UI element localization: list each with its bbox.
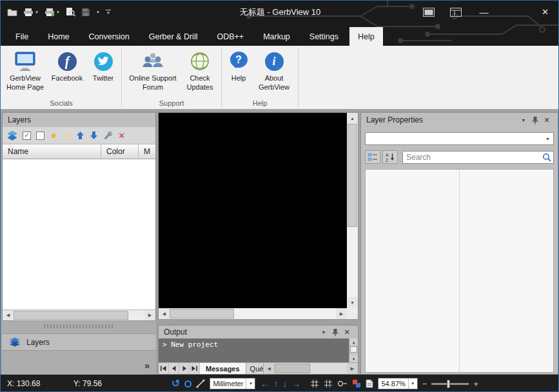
print-preview-button[interactable]	[66, 7, 75, 17]
panel-close-button[interactable]: ✕	[541, 115, 553, 125]
layers-collapsed-tab[interactable]: Layers	[2, 333, 156, 351]
gerbview-home-page-button[interactable]: GerbView Home Page	[4, 48, 46, 99]
property-grid-names[interactable]	[366, 170, 460, 372]
print-button[interactable]: ▼	[23, 8, 39, 17]
add-layer-button[interactable]	[7, 131, 17, 141]
batch-print-button[interactable]: ▼	[44, 8, 60, 17]
tab-file[interactable]: File	[7, 27, 37, 46]
column-header-m[interactable]: M	[139, 144, 155, 159]
drawing-canvas[interactable]	[159, 113, 347, 308]
scrollbar-track[interactable]	[275, 363, 347, 374]
save-button[interactable]	[81, 8, 90, 17]
scroll-down-button[interactable]: ▼	[349, 355, 358, 362]
categorize-button[interactable]	[365, 150, 380, 164]
facebook-button[interactable]: f Facebook	[46, 48, 88, 99]
splitter-grip[interactable]	[44, 324, 115, 328]
layers-horizontal-scrollbar[interactable]: ◀ ▶	[3, 309, 155, 320]
console-scrollbar[interactable]: ▲ ▼	[349, 338, 358, 362]
move-layer-down-button[interactable]	[90, 131, 98, 140]
unit-combo[interactable]: Millimeter ▼	[210, 378, 255, 389]
layer-colors-button[interactable]	[352, 379, 361, 388]
hide-all-layers-checkbox[interactable]	[36, 132, 44, 140]
pan-left-button[interactable]: ←	[260, 378, 269, 389]
close-button[interactable]: ✕	[531, 1, 559, 23]
window-switch-button[interactable]	[415, 1, 442, 23]
output-tabs-scrollbar[interactable]: ◀ ▶	[264, 363, 358, 374]
zoom-in-button[interactable]: +	[473, 380, 478, 388]
layers-list[interactable]	[3, 159, 155, 309]
canvas-horizontal-scrollbar[interactable]: ◀ ▶	[159, 308, 347, 319]
search-icon[interactable]	[540, 153, 553, 162]
tab-home[interactable]: Home	[39, 27, 77, 46]
output-pin-button[interactable]	[329, 327, 341, 337]
sort-az-button[interactable]: AZ	[382, 150, 398, 164]
scroll-left-button[interactable]: ◀	[3, 310, 14, 320]
tab-conversion[interactable]: Conversion	[81, 27, 138, 46]
dock-overflow-button[interactable]: »	[144, 360, 150, 371]
scroll-left-button[interactable]: ◀	[159, 308, 170, 319]
scrollbar-thumb[interactable]	[14, 311, 128, 320]
property-grid[interactable]	[365, 169, 554, 373]
window-layout-button[interactable]	[442, 1, 469, 23]
about-gerbview-button[interactable]: i About GerbView	[253, 48, 295, 99]
zoom-slider[interactable]	[431, 383, 469, 385]
scrollbar-thumb[interactable]	[350, 346, 357, 353]
measure-line-button[interactable]	[196, 379, 205, 388]
layer-tools-button[interactable]	[103, 131, 113, 141]
scroll-up-button[interactable]: ▲	[347, 113, 358, 124]
tab-gerber-drill[interactable]: Gerber & Drill	[141, 27, 206, 46]
panel-menu-button[interactable]: ▼	[518, 115, 529, 125]
pan-up-button[interactable]: ↑	[273, 378, 278, 389]
output-console[interactable]: > New project ▲ ▼	[159, 338, 358, 362]
tab-odb[interactable]: ODB++	[208, 27, 252, 46]
star-filled-icon[interactable]: ★	[50, 131, 58, 140]
help-button[interactable]: ? Help	[224, 48, 253, 99]
tab-help[interactable]: Help	[349, 27, 383, 46]
first-tab-button[interactable]	[159, 363, 169, 374]
check-updates-button[interactable]: Check Updates	[181, 48, 219, 99]
scroll-down-button[interactable]: ▼	[347, 297, 358, 308]
zoom-out-button[interactable]: −	[422, 380, 427, 388]
scroll-right-button[interactable]: ▶	[347, 363, 358, 374]
tab-settings[interactable]: Settings	[301, 27, 347, 46]
scrollbar-track[interactable]	[170, 308, 336, 319]
prev-tab-button[interactable]	[169, 363, 179, 374]
scrollbar-track[interactable]	[347, 124, 358, 297]
layer-select-combo[interactable]: ▼	[365, 132, 554, 145]
last-tab-button[interactable]	[190, 363, 200, 374]
move-layer-up-button[interactable]	[76, 131, 84, 140]
scrollbar-thumb[interactable]	[275, 364, 310, 373]
qat-dropdown-button[interactable]: ▼	[96, 10, 100, 14]
redraw-button[interactable]: ↺	[172, 378, 180, 389]
scrollbar-track[interactable]	[14, 310, 144, 320]
open-folder-button[interactable]	[7, 8, 17, 16]
search-input[interactable]	[403, 153, 540, 162]
pan-down-button[interactable]: ↓	[282, 378, 287, 389]
scroll-left-button[interactable]: ◀	[264, 363, 275, 374]
minimize-button[interactable]: —	[469, 1, 498, 23]
scroll-up-button[interactable]: ▲	[349, 338, 358, 346]
delete-layer-button[interactable]: ✕	[118, 132, 125, 140]
scrollbar-track[interactable]	[349, 346, 358, 355]
canvas-vertical-scrollbar[interactable]: ▲ ▼	[347, 113, 358, 308]
snap-grid-button[interactable]	[324, 379, 333, 388]
zoom-combo[interactable]: 54.87% ▼	[378, 378, 417, 389]
panel-pin-button[interactable]	[529, 115, 541, 125]
tab-messages[interactable]: Messages	[200, 363, 246, 374]
scrollbar-thumb[interactable]	[348, 124, 357, 227]
scroll-right-button[interactable]: ▶	[336, 308, 347, 319]
scrollbar-thumb[interactable]	[170, 309, 234, 318]
column-header-name[interactable]: Name	[3, 144, 101, 159]
customize-toolbar-button[interactable]: ▼	[106, 10, 111, 15]
pan-right-button[interactable]: →	[291, 378, 300, 389]
next-tab-button[interactable]	[179, 363, 190, 374]
report-button[interactable]	[366, 379, 373, 388]
star-dim-icon[interactable]: ★	[63, 131, 72, 140]
zoom-slider-thumb[interactable]	[447, 380, 450, 388]
column-header-color[interactable]: Color	[101, 144, 139, 159]
twitter-button[interactable]: Twitter	[88, 48, 119, 99]
grid-toggle-button[interactable]	[310, 379, 319, 388]
scroll-right-button[interactable]: ▶	[144, 310, 155, 320]
online-support-forum-button[interactable]: Online Support Forum	[124, 48, 181, 99]
output-close-button[interactable]: ✕	[341, 327, 353, 337]
